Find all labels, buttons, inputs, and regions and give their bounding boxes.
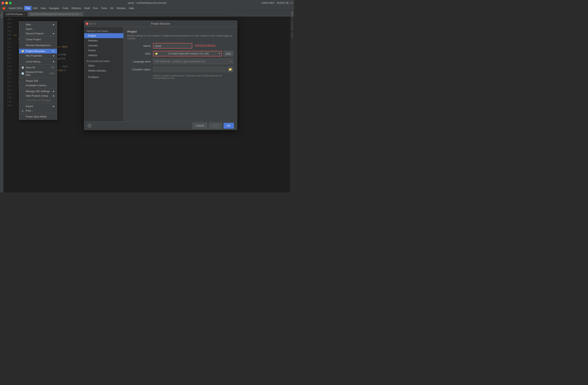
name-label: Name: bbox=[127, 44, 153, 47]
menu-view[interactable]: View bbox=[39, 6, 47, 10]
menu-file-props[interactable]: File Properties ▶ bbox=[19, 53, 57, 58]
menu-reload-label: Reload All from Disk bbox=[26, 70, 48, 76]
apply-button[interactable]: Apply bbox=[209, 123, 222, 129]
separator-5 bbox=[19, 64, 57, 65]
sdk-select[interactable]: 📁 1.8 Oracle OpenJDK version 1.8.0_381 ▾ bbox=[153, 51, 222, 56]
compiler-label: Compiler output: bbox=[127, 68, 153, 71]
close-button[interactable] bbox=[1, 2, 4, 4]
manage-ide-arrow-icon: ▶ bbox=[53, 90, 55, 92]
dialog-close-btn[interactable] bbox=[86, 22, 88, 25]
name-input[interactable] bbox=[153, 43, 192, 48]
project-struct-shortcut: ⌘; bbox=[52, 50, 55, 52]
sidebar-item-global-libs[interactable]: Global Libraries bbox=[84, 68, 123, 73]
print-icon: 🖨 bbox=[21, 110, 24, 112]
menu-export[interactable]: Export ▶ bbox=[19, 104, 57, 108]
ok-button[interactable]: OK bbox=[224, 123, 234, 129]
menu-project-struct-label: Project Structure... bbox=[26, 50, 47, 53]
menu-help[interactable]: Help bbox=[127, 6, 136, 10]
menu-repair[interactable]: Repair IDE bbox=[19, 79, 57, 83]
menu-print[interactable]: 🖨 Print... bbox=[19, 108, 57, 113]
menu-invalidate[interactable]: Invalidate Caches... bbox=[19, 83, 57, 88]
sdk-edit-button[interactable]: Edit bbox=[224, 51, 233, 56]
sidebar-item-libraries[interactable]: Libraries bbox=[84, 43, 123, 48]
menu-file[interactable]: File bbox=[24, 6, 31, 10]
title-bar: opmp – ListTreeUtil.java [ft-common] Int… bbox=[0, 0, 294, 6]
file-menu-dropdown: New ▶ Open... Recent Projects ▶ Close Pr… bbox=[19, 21, 57, 120]
separator-4 bbox=[19, 59, 57, 59]
menu-save-all[interactable]: 💾 Save All ⌘S bbox=[19, 65, 57, 70]
maximize-button[interactable] bbox=[9, 2, 12, 4]
menu-recent-projects[interactable]: Recent Projects ▶ bbox=[19, 31, 57, 36]
tab-close-2[interactable]: ✕ bbox=[80, 13, 81, 15]
minimize-button[interactable] bbox=[5, 2, 8, 4]
menu-app[interactable]: IntelliJ IDEA bbox=[7, 6, 24, 10]
menu-power-save[interactable]: Power Save Mode bbox=[19, 114, 57, 119]
sdk-icon: 📁 bbox=[155, 52, 158, 55]
tab-label-1: ListTreeUtil.java bbox=[6, 13, 23, 16]
menu-recent-label: Recent Projects bbox=[26, 32, 44, 35]
left-sidebar: Project bbox=[0, 11, 3, 192]
help-button[interactable]: ? bbox=[87, 124, 92, 128]
menu-remote-label: Remote Development... bbox=[26, 44, 53, 47]
tab-label-2: OpchSecondManageKeyPointServiceImpl.java bbox=[30, 13, 79, 16]
title-bar-right: IntelliJ IDEA 10月5日 周二 2 bbox=[262, 1, 293, 5]
lang-dropdown-icon: ▾ bbox=[230, 60, 231, 63]
sdk-dropdown-icon: ▾ bbox=[219, 52, 220, 55]
menu-new-projects-setup[interactable]: New Projects Setup ▶ bbox=[19, 93, 57, 98]
dialog-max-btn bbox=[93, 22, 96, 25]
sidebar-project-label[interactable]: Project bbox=[0, 11, 3, 19]
menu-build[interactable]: Build bbox=[83, 6, 92, 10]
sidebar-item-problems[interactable]: Problems bbox=[84, 75, 123, 80]
sidebar-item-modules[interactable]: Modules bbox=[84, 38, 123, 43]
lang-level-select[interactable]: SDK default (8 - Lambdas, type annotatio… bbox=[153, 59, 233, 64]
menu-edit[interactable]: Edit bbox=[31, 6, 39, 10]
menu-apple[interactable]: 🍎 bbox=[1, 6, 7, 10]
menu-navigate[interactable]: Navigate bbox=[47, 6, 61, 10]
menu-repair-label: Repair IDE bbox=[26, 79, 38, 82]
menu-save-template: Save File as Template... bbox=[19, 98, 57, 103]
project-structure-dialog: Project Structure Project Settings Proje… bbox=[84, 21, 237, 130]
project-section-desc: Default settings for all modules. Config… bbox=[127, 34, 233, 40]
compiler-row: 📁 bbox=[153, 66, 233, 72]
menu-git[interactable]: Git bbox=[109, 6, 115, 10]
menu-local-history[interactable]: Local History ▶ bbox=[19, 59, 57, 64]
tab-opch[interactable]: OpchSecondManageKeyPointServiceImpl.java… bbox=[28, 12, 84, 16]
sidebar-item-project[interactable]: Project bbox=[84, 33, 123, 38]
menu-refactor[interactable]: Refactor bbox=[70, 6, 83, 10]
menu-tools[interactable]: Tools bbox=[99, 6, 108, 10]
sidebar-item-facets[interactable]: Facets bbox=[84, 48, 123, 53]
compiler-output-input[interactable] bbox=[153, 66, 226, 72]
save-all-shortcut: ⌘S bbox=[51, 66, 55, 69]
menu-close-project[interactable]: Close Project bbox=[19, 37, 57, 42]
project-settings-header: Project Settings bbox=[84, 29, 123, 33]
dialog-traffic-lights[interactable] bbox=[86, 22, 96, 25]
dialog-sidebar: Project Settings Project Modules Librari… bbox=[84, 27, 124, 121]
menu-open[interactable]: Open... bbox=[19, 27, 57, 31]
menu-code[interactable]: Code bbox=[61, 6, 70, 10]
menu-new[interactable]: New ▶ bbox=[19, 22, 57, 27]
menu-reload[interactable]: 🔄 Reload All from Disk ⌥⌘Y bbox=[19, 70, 57, 77]
menu-save-all-label: Save All bbox=[26, 66, 35, 69]
tab-close-1[interactable]: ✕ bbox=[23, 13, 25, 15]
reload-icon: 🔄 bbox=[21, 72, 24, 75]
separator-3 bbox=[19, 48, 57, 48]
sidebar-item-sdks[interactable]: SDKs bbox=[84, 63, 123, 68]
file-props-arrow-icon: ▶ bbox=[53, 55, 55, 57]
tab-listtreeutil[interactable]: ListTreeUtil.java ✕ bbox=[3, 12, 28, 16]
traffic-lights[interactable] bbox=[1, 2, 12, 4]
name-form-row: Name: 设置项目使用的jdk bbox=[127, 43, 233, 48]
local-history-arrow-icon: ▶ bbox=[53, 61, 55, 63]
menu-local-history-label: Local History bbox=[26, 60, 41, 63]
menu-power-save-label: Power Save Mode bbox=[26, 115, 46, 118]
compiler-browse-button[interactable]: 📁 bbox=[228, 66, 233, 72]
menu-manage-ide[interactable]: Manage IDE Settings ▶ bbox=[19, 89, 57, 93]
cancel-button[interactable]: Cancel bbox=[193, 123, 207, 129]
menu-window[interactable]: Window bbox=[115, 6, 127, 10]
platform-settings-section: Platform Settings SDKs Global Libraries bbox=[84, 59, 123, 74]
sidebar-item-artifacts[interactable]: Artifacts bbox=[84, 53, 123, 58]
save-icon: 💾 bbox=[21, 66, 24, 69]
app-name: IntelliJ IDEA bbox=[262, 1, 274, 4]
menu-remote-dev[interactable]: Remote Development... bbox=[19, 43, 57, 47]
menu-project-structure[interactable]: 📁 Project Structure... ⌘; bbox=[19, 49, 57, 53]
menu-run[interactable]: Run bbox=[92, 6, 100, 10]
